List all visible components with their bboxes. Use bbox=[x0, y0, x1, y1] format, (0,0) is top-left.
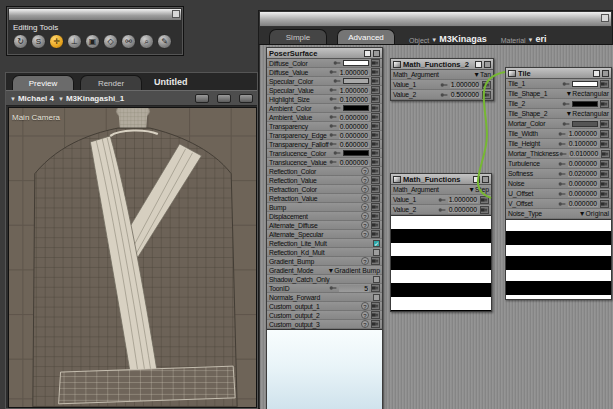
plug-icon[interactable] bbox=[371, 86, 380, 94]
tab-render[interactable]: Render bbox=[80, 75, 142, 90]
param-value-field[interactable]: 0.000000 bbox=[339, 132, 369, 139]
posing-camera-icon[interactable] bbox=[217, 94, 231, 103]
param-menu[interactable]: ▼Step bbox=[468, 186, 489, 193]
param-value-field[interactable]: 0.100000 bbox=[568, 140, 598, 147]
plug-icon[interactable] bbox=[371, 77, 380, 85]
palette-resize-icon[interactable] bbox=[172, 10, 180, 18]
viewport-canvas[interactable] bbox=[8, 107, 257, 408]
tab-preview[interactable]: Preview bbox=[12, 75, 74, 90]
tab-simple[interactable]: Simple bbox=[269, 29, 327, 44]
param-value-field[interactable]: 0.000000 bbox=[339, 159, 369, 166]
plug-icon[interactable] bbox=[371, 140, 380, 148]
plug-icon[interactable] bbox=[371, 203, 380, 211]
question-icon[interactable]: ? bbox=[361, 257, 369, 265]
tool-view-magnifier-button[interactable]: ⌕ bbox=[139, 34, 154, 49]
question-icon[interactable]: ? bbox=[361, 212, 369, 220]
plug-icon[interactable] bbox=[600, 170, 609, 178]
tool-chain-break-button[interactable]: ⚯ bbox=[121, 34, 136, 49]
color-swatch[interactable] bbox=[572, 101, 598, 107]
node-title-bar[interactable]: Math_Functions bbox=[391, 174, 491, 185]
param-value-field[interactable]: 5 bbox=[339, 285, 369, 292]
material-palette-grab-bar[interactable] bbox=[260, 12, 611, 26]
color-swatch[interactable] bbox=[343, 150, 369, 156]
plug-icon[interactable] bbox=[371, 122, 380, 130]
param-value-field[interactable]: 0.020000 bbox=[568, 170, 598, 177]
param-checkbox[interactable] bbox=[373, 294, 380, 301]
node-minimize-icon[interactable] bbox=[364, 50, 371, 57]
param-value-field[interactable]: 0.500000 bbox=[450, 91, 480, 98]
plug-icon[interactable] bbox=[371, 104, 380, 112]
plug-icon[interactable] bbox=[371, 158, 380, 166]
palette-grab-bar[interactable] bbox=[9, 9, 181, 20]
plug-icon[interactable] bbox=[600, 180, 609, 188]
param-menu[interactable]: ▼Original bbox=[579, 210, 609, 217]
shader-node-canvas[interactable]: PoserSurface Diffuse_ColorDiffuse_Value1… bbox=[260, 45, 613, 409]
param-menu[interactable]: ▼Rectangular bbox=[566, 90, 609, 97]
plug-icon[interactable] bbox=[480, 196, 489, 204]
color-swatch[interactable] bbox=[343, 105, 369, 111]
plug-icon[interactable] bbox=[371, 68, 380, 76]
tool-translate-pull-button[interactable]: ✛ bbox=[49, 34, 64, 49]
light-control-icon[interactable] bbox=[239, 94, 253, 103]
param-value-field[interactable]: 0.600000 bbox=[339, 141, 369, 148]
plug-icon[interactable] bbox=[600, 100, 609, 108]
plug-icon[interactable] bbox=[371, 230, 380, 238]
plug-icon[interactable] bbox=[600, 80, 609, 88]
node-preview-toggle-icon[interactable] bbox=[393, 176, 401, 183]
node-plug-icon[interactable] bbox=[602, 70, 609, 77]
plug-icon[interactable] bbox=[482, 91, 491, 99]
posersurface-node[interactable]: PoserSurface Diffuse_ColorDiffuse_Value1… bbox=[266, 47, 383, 409]
tile-node[interactable]: Tile Tile_1Tile_Shape_1▼RectangularTile_… bbox=[505, 67, 612, 300]
plug-icon[interactable] bbox=[371, 176, 380, 184]
param-value-field[interactable]: 0.000000 bbox=[568, 160, 598, 167]
param-value-field[interactable]: 0.000000 bbox=[568, 180, 598, 187]
plug-icon[interactable] bbox=[371, 212, 380, 220]
plug-icon[interactable] bbox=[371, 113, 380, 121]
plug-icon[interactable] bbox=[371, 302, 380, 310]
plug-icon[interactable] bbox=[600, 190, 609, 198]
param-value-field[interactable]: 0.000000 bbox=[339, 123, 369, 130]
question-icon[interactable]: ? bbox=[361, 167, 369, 175]
tool-twist-button[interactable]: S bbox=[31, 34, 46, 49]
plug-icon[interactable] bbox=[371, 257, 380, 265]
param-menu[interactable]: ▼Tan bbox=[473, 71, 491, 78]
plug-icon[interactable] bbox=[371, 320, 380, 328]
tool-scale-button[interactable]: ▣ bbox=[85, 34, 100, 49]
question-icon[interactable]: ? bbox=[361, 302, 369, 310]
plug-icon[interactable] bbox=[600, 120, 609, 128]
question-icon[interactable]: ? bbox=[361, 221, 369, 229]
node-plug-icon[interactable] bbox=[482, 176, 489, 183]
param-checkbox[interactable]: ✓ bbox=[373, 240, 380, 247]
node-title-bar[interactable]: Tile bbox=[506, 68, 611, 79]
plug-icon[interactable] bbox=[371, 221, 380, 229]
object-select-menu[interactable]: ▼M3Kinagas bbox=[431, 34, 486, 44]
plug-icon[interactable] bbox=[482, 81, 491, 89]
param-value-field[interactable]: 1.000000 bbox=[448, 196, 478, 203]
node-preview-toggle-icon[interactable] bbox=[393, 61, 401, 68]
plug-icon[interactable] bbox=[371, 167, 380, 175]
color-swatch[interactable] bbox=[572, 81, 598, 87]
actor-select-menu[interactable]: ▼M3Kinagashi_1 bbox=[58, 94, 124, 103]
node-minimize-icon[interactable] bbox=[475, 61, 482, 68]
node-preview-toggle-icon[interactable] bbox=[508, 70, 516, 77]
plug-icon[interactable] bbox=[600, 160, 609, 168]
face-camera-icon[interactable] bbox=[195, 94, 209, 103]
param-checkbox[interactable] bbox=[373, 249, 380, 256]
color-swatch[interactable] bbox=[343, 60, 369, 66]
plug-icon[interactable] bbox=[371, 131, 380, 139]
node-plug-icon[interactable] bbox=[373, 50, 380, 57]
param-value-field[interactable]: 0.000000 bbox=[568, 200, 598, 207]
tool-color-button[interactable]: ✎ bbox=[157, 34, 172, 49]
param-value-field[interactable]: 0.010000 bbox=[569, 150, 599, 157]
param-value-field[interactable]: 0.000000 bbox=[568, 190, 598, 197]
math-functions-node[interactable]: Math_Functions Math_Argument▼StepValue_1… bbox=[390, 173, 492, 312]
camera-name-label[interactable]: Main Camera bbox=[12, 113, 60, 122]
plug-icon[interactable] bbox=[600, 130, 609, 138]
palette-resize-icon[interactable] bbox=[601, 14, 609, 22]
node-minimize-icon[interactable] bbox=[473, 176, 480, 183]
question-icon[interactable]: ? bbox=[361, 311, 369, 319]
node-title-bar[interactable]: PoserSurface bbox=[267, 48, 382, 59]
material-select-menu[interactable]: ▼eri bbox=[528, 34, 547, 44]
plug-icon[interactable] bbox=[600, 200, 609, 208]
param-value-field[interactable]: 1.000000 bbox=[568, 130, 598, 137]
